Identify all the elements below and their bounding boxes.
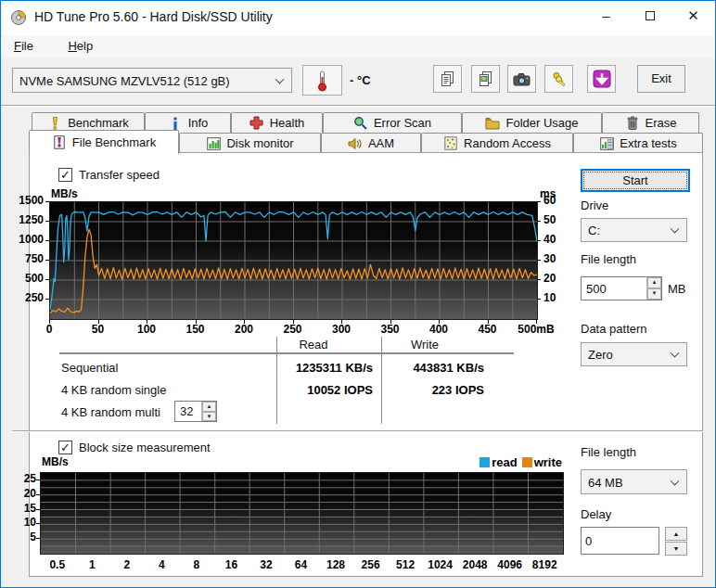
- queue-depth-up-button[interactable]: ▲: [202, 402, 216, 412]
- copy-image-icon: [478, 70, 494, 87]
- tab-health[interactable]: Health: [231, 112, 323, 133]
- tab-random-access[interactable]: Random Access: [421, 133, 573, 153]
- queue-depth-input[interactable]: [177, 403, 199, 420]
- axis-label: 10: [3, 516, 36, 529]
- keys-icon: [551, 70, 568, 87]
- file-benchmark-icon: [52, 135, 67, 150]
- exit-button[interactable]: Exit: [637, 65, 685, 93]
- copy-text-button[interactable]: [433, 65, 462, 93]
- row-random-single-label: 4 KB random single: [61, 383, 166, 397]
- delay-input[interactable]: [582, 528, 658, 554]
- axis-tick: [45, 260, 49, 261]
- delay-down-button[interactable]: ▼: [665, 542, 687, 556]
- axis-label: 100: [119, 323, 174, 336]
- menu-file[interactable]: File: [5, 35, 43, 57]
- tab-benchmark-label: Benchmark: [68, 116, 129, 130]
- toolbar-divider: [1, 105, 716, 107]
- delay-up-button[interactable]: ▲: [665, 527, 687, 541]
- results-header-rule: [59, 352, 514, 354]
- chevron-down-icon: [275, 74, 285, 83]
- close-button[interactable]: ✕: [671, 1, 715, 32]
- copy-image-button[interactable]: [471, 65, 500, 93]
- file-length-input[interactable]: [583, 278, 645, 299]
- app-icon: [10, 9, 27, 26]
- tab-aam[interactable]: AAM: [321, 133, 421, 153]
- block-file-length-value: 64 MB: [588, 475, 623, 489]
- row-sequential-write: 443831 KB/s: [391, 361, 484, 375]
- block-size-checkbox[interactable]: ✓: [58, 441, 72, 454]
- camera-icon: [513, 72, 531, 86]
- axis-label: 8192: [521, 558, 568, 571]
- tab-erase[interactable]: Erase: [602, 112, 699, 133]
- axis-tick: [36, 509, 40, 510]
- delay-label: Delay: [581, 507, 611, 521]
- chevron-down-icon: [671, 476, 680, 485]
- axis-label: 0: [21, 323, 77, 336]
- results-col-read: Read: [258, 338, 369, 352]
- tab-folder-usage[interactable]: Folder Usage: [462, 112, 602, 133]
- axis-tick: [45, 240, 49, 241]
- maximize-button[interactable]: [628, 1, 671, 32]
- device-selector-value: NVMe SAMSUNG MZVLV512 (512 gB): [19, 73, 230, 87]
- save-download-icon: [593, 70, 611, 88]
- chevron-down-icon: [671, 349, 680, 358]
- device-selector[interactable]: NVMe SAMSUNG MZVLV512 (512 gB): [12, 68, 292, 93]
- row-sequential-read: 1235311 KB/s: [280, 361, 373, 375]
- drive-select[interactable]: C:: [581, 218, 687, 242]
- axis-tick: [537, 201, 541, 202]
- tab-aam-label: AAM: [368, 136, 394, 150]
- row-random-multi-label: 4 KB random multi: [61, 405, 160, 419]
- axis-label: 1500: [3, 194, 44, 207]
- menu-help[interactable]: Help: [58, 35, 102, 57]
- row-random-single-write: 223 IOPS: [391, 383, 484, 397]
- tab-error-scan[interactable]: Error Scan: [323, 112, 462, 133]
- options-button[interactable]: [544, 65, 573, 93]
- file-length-up-button[interactable]: ▲: [647, 277, 661, 288]
- block-file-length-select[interactable]: 64 MB: [581, 469, 687, 494]
- legend-write-label: write: [534, 455, 562, 469]
- axis-label: 50: [543, 213, 556, 226]
- row-sequential-label: Sequential: [61, 361, 118, 375]
- block-size-chart: [40, 472, 564, 555]
- tab-extra-tests[interactable]: Extra tests: [573, 133, 703, 153]
- data-pattern-value: Zero: [588, 348, 613, 362]
- data-pattern-select[interactable]: Zero: [581, 342, 687, 366]
- axis-label: 500: [3, 272, 44, 285]
- axis-label: 20: [3, 487, 36, 500]
- exit-button-label: Exit: [651, 71, 671, 85]
- axis-label: 25: [3, 472, 36, 485]
- save-button[interactable]: [587, 65, 616, 93]
- start-button[interactable]: Start: [581, 169, 690, 192]
- block-file-length-label: File length: [581, 445, 636, 459]
- file-length-spinner: ▲ ▼: [581, 276, 662, 300]
- trash-icon: [625, 116, 640, 131]
- queue-depth-down-button[interactable]: ▼: [202, 412, 216, 422]
- axis-label: 400: [411, 323, 467, 336]
- axis-tick: [536, 320, 537, 324]
- temperature-value: - °C: [350, 73, 371, 87]
- chart2-y-axis-title: MB/s: [42, 455, 69, 468]
- temperature-button[interactable]: [302, 65, 342, 96]
- axis-label: 50: [70, 323, 126, 336]
- tab-disk-monitor-label: Disk monitor: [226, 136, 293, 150]
- axis-label: 750: [3, 252, 44, 265]
- queue-depth-spinner: ▲ ▼: [174, 401, 217, 422]
- tab-erase-label: Erase: [646, 116, 677, 130]
- axis-label: 1000: [3, 233, 44, 246]
- tab-random-access-label: Random Access: [464, 136, 551, 150]
- file-length-down-button[interactable]: ▼: [647, 288, 661, 300]
- tab-disk-monitor[interactable]: Disk monitor: [179, 133, 321, 153]
- tab-file-benchmark[interactable]: File Benchmark: [29, 130, 179, 154]
- chart2-legend: read write: [423, 455, 562, 469]
- minimize-button[interactable]: –: [584, 1, 628, 32]
- axis-tick: [537, 279, 541, 280]
- axis-tick: [36, 523, 40, 524]
- axis-label: 15: [3, 502, 36, 515]
- axis-tick: [390, 320, 391, 324]
- results-col-write: Write: [369, 338, 480, 352]
- transfer-speed-chart: [49, 201, 538, 320]
- results-divider-2: [381, 337, 382, 424]
- transfer-speed-checkbox[interactable]: ✓: [58, 168, 72, 182]
- axis-tick: [98, 320, 99, 324]
- screenshot-button[interactable]: [507, 65, 536, 93]
